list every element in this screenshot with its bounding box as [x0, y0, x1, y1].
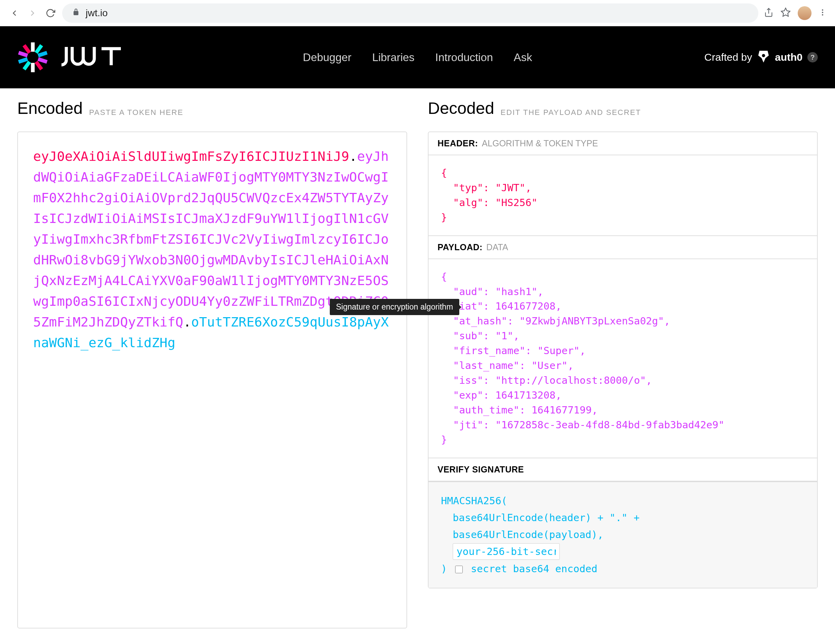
header-section-title: HEADER: ALGORITHM & TOKEN TYPE — [429, 132, 817, 155]
encoded-column: Encoded PASTE A TOKEN HERE eyJ0eXAiOiAiS… — [17, 99, 407, 628]
nav-introduction[interactable]: Introduction — [435, 51, 493, 64]
lock-icon — [72, 8, 80, 19]
signature-section-body: HMACSHA256( base64UrlEncode(header) + ".… — [429, 482, 817, 588]
star-icon[interactable] — [780, 7, 791, 19]
profile-avatar[interactable] — [798, 6, 812, 20]
jwt-logo-icon — [17, 42, 48, 73]
encoded-subtitle: PASTE A TOKEN HERE — [89, 108, 184, 117]
jwt-logo-text — [57, 45, 126, 70]
decoded-column: Decoded EDIT THE PAYLOAD AND SECRET HEAD… — [428, 99, 818, 628]
encoded-title: Encoded — [17, 99, 83, 118]
header-section-body[interactable]: { "typ": "JWT", "alg": "HS256" } — [429, 155, 817, 235]
crafted-label: Crafted by — [705, 52, 752, 63]
svg-point-3 — [822, 12, 823, 13]
nav-libraries[interactable]: Libraries — [372, 51, 415, 64]
svg-point-2 — [822, 9, 823, 11]
encoded-token-input[interactable]: eyJ0eXAiOiAiSldUIiwgImFsZyI6ICJIUzI1NiJ9… — [17, 131, 407, 628]
back-button[interactable] — [8, 7, 21, 19]
secret-base64-checkbox[interactable] — [455, 566, 463, 573]
payload-section-body[interactable]: { "aud": "hash1", "iat": 1641677208, "at… — [429, 259, 817, 457]
menu-dots-icon[interactable] — [819, 8, 827, 18]
svg-rect-9 — [37, 51, 48, 58]
svg-rect-14 — [23, 44, 31, 54]
svg-rect-7 — [34, 44, 43, 54]
svg-rect-5 — [31, 42, 35, 52]
signature-section-title: VERIFY SIGNATURE — [429, 457, 817, 482]
svg-point-4 — [822, 14, 823, 16]
token-header-part: eyJ0eXAiOiAiSldUIiwgImFsZyI6ICJIUzI1NiJ9 — [33, 149, 349, 164]
svg-rect-12 — [18, 51, 28, 58]
share-icon[interactable] — [764, 8, 773, 19]
svg-rect-11 — [37, 57, 48, 64]
auth0-text: auth0 — [775, 52, 803, 63]
svg-rect-10 — [18, 57, 28, 64]
nav-debugger[interactable]: Debugger — [303, 51, 351, 64]
main-nav: Debugger Libraries Introduction Ask — [303, 51, 532, 64]
main-content: Encoded PASTE A TOKEN HERE eyJ0eXAiOiAiS… — [0, 88, 835, 639]
site-header: Debugger Libraries Introduction Ask Craf… — [0, 26, 835, 88]
tooltip-algorithm: Signature or encryption algorithm — [330, 299, 459, 315]
crafted-by[interactable]: Crafted by auth0 ? — [705, 51, 818, 64]
forward-button[interactable] — [26, 7, 39, 19]
logo[interactable] — [17, 42, 126, 73]
auth0-logo-icon — [757, 51, 770, 64]
secret-input[interactable] — [453, 543, 560, 560]
svg-marker-1 — [781, 8, 790, 16]
help-icon[interactable]: ? — [807, 52, 818, 62]
reload-button[interactable] — [44, 7, 57, 19]
nav-ask[interactable]: Ask — [514, 51, 532, 64]
address-bar[interactable]: jwt.io — [62, 3, 758, 23]
svg-rect-8 — [23, 61, 31, 70]
url-text: jwt.io — [86, 8, 108, 19]
svg-rect-13 — [34, 61, 43, 70]
decoded-title: Decoded — [428, 99, 494, 118]
decoded-subtitle: EDIT THE PAYLOAD AND SECRET — [501, 108, 641, 117]
svg-rect-6 — [31, 63, 35, 72]
decoded-panel: HEADER: ALGORITHM & TOKEN TYPE { "typ": … — [428, 131, 818, 589]
browser-chrome: jwt.io — [0, 0, 835, 26]
payload-section-title: PAYLOAD: DATA — [429, 235, 817, 259]
